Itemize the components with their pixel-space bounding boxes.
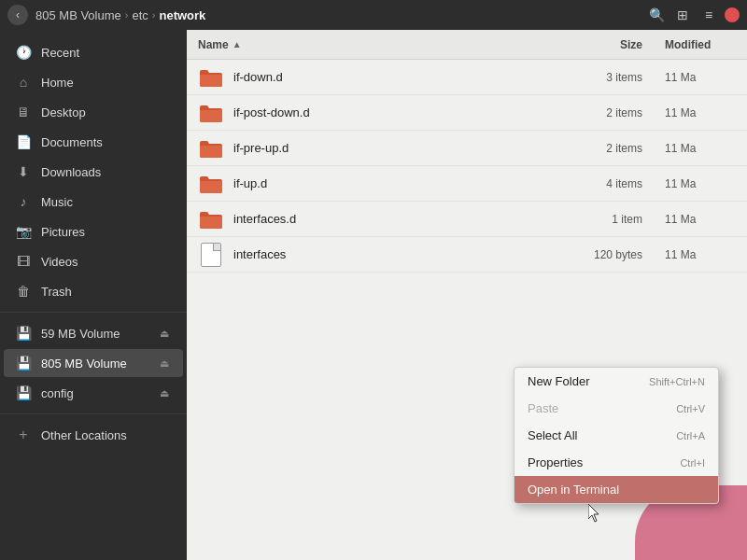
videos-icon: 🎞: [15, 253, 32, 270]
sidebar-item-805mb[interactable]: 💾 805 MB Volume ⏏: [4, 349, 183, 377]
sidebar-item-label-recent: Recent: [41, 46, 79, 60]
column-size-label: Size: [620, 38, 642, 51]
column-header-modified[interactable]: Modified: [654, 30, 747, 59]
sidebar-item-label-805mb: 805 MB Volume: [41, 357, 127, 371]
sidebar-item-config[interactable]: 💾 config ⏏: [4, 379, 183, 407]
desktop-icon: 🖥: [15, 104, 32, 120]
sidebar-item-pictures[interactable]: 📷 Pictures: [4, 217, 183, 245]
grid-button[interactable]: ⊞: [672, 5, 693, 25]
sidebar-item-desktop[interactable]: 🖥 Desktop: [4, 98, 183, 126]
path-current: network: [159, 8, 205, 22]
eject-config-button[interactable]: ⏏: [157, 385, 172, 400]
document-icon: [198, 244, 224, 266]
sidebar-item-label-59mb: 59 MB Volume: [41, 327, 120, 341]
sidebar-item-downloads[interactable]: ⬇ Downloads: [4, 158, 183, 186]
trash-icon: 🗑: [15, 283, 32, 300]
folder-icon: [198, 102, 224, 124]
file-size: 3 items: [570, 71, 654, 84]
main-container: 🕐 Recent ⌂ Home 🖥 Desktop 📄 Documents ⬇ …: [0, 30, 747, 560]
context-menu-properties[interactable]: Properties Ctrl+I: [514, 449, 718, 476]
file-size: 2 items: [570, 106, 654, 119]
music-icon: ♪: [15, 193, 32, 210]
sidebar-item-label-music: Music: [41, 195, 73, 209]
path-volume[interactable]: 805 MB Volume: [35, 8, 121, 22]
table-row[interactable]: interfaces 120 bytes 11 Ma: [187, 237, 747, 273]
sidebar-item-trash[interactable]: 🗑 Trash: [4, 277, 183, 305]
file-size: 2 items: [570, 142, 654, 155]
file-modified: 11 Ma: [654, 142, 747, 155]
sidebar-item-documents[interactable]: 📄 Documents: [4, 128, 183, 156]
table-row[interactable]: if-post-down.d 2 items 11 Ma: [187, 95, 747, 131]
menu-button[interactable]: ≡: [698, 5, 719, 25]
sidebar-item-label-home: Home: [41, 76, 74, 90]
table-row[interactable]: interfaces.d 1 item 11 Ma: [187, 202, 747, 237]
add-other-locations-icon: +: [15, 427, 32, 443]
pictures-icon: 📷: [15, 223, 32, 240]
context-menu-open-terminal[interactable]: Open in Terminal: [514, 476, 718, 503]
search-button[interactable]: 🔍: [646, 5, 667, 25]
sidebar-item-59mb[interactable]: 💾 59 MB Volume ⏏: [4, 319, 183, 347]
sidebar-item-recent[interactable]: 🕐 Recent: [4, 38, 183, 66]
sidebar: 🕐 Recent ⌂ Home 🖥 Desktop 📄 Documents ⬇ …: [0, 30, 187, 560]
column-modified-label: Modified: [665, 38, 711, 51]
column-header-name[interactable]: Name ▲: [187, 30, 570, 59]
eject-805mb-button[interactable]: ⏏: [157, 356, 172, 371]
file-name: if-down.d: [233, 70, 283, 84]
file-name-cell: if-down.d: [187, 66, 570, 89]
titlebar-right: 🔍 ⊞ ≡: [646, 5, 740, 25]
column-name-label: Name: [198, 38, 229, 51]
context-menu-shortcut: Ctrl+A: [676, 430, 705, 441]
folder-icon: [198, 173, 224, 195]
sidebar-item-label-desktop: Desktop: [41, 105, 86, 119]
file-name: if-up.d: [233, 176, 267, 190]
file-name-cell: if-up.d: [187, 173, 570, 195]
context-menu-shortcut: Shift+Ctrl+N: [649, 376, 705, 387]
sidebar-item-other-locations[interactable]: + Other Locations: [4, 421, 183, 449]
sidebar-item-label-documents: Documents: [41, 135, 103, 149]
window-close-button[interactable]: [725, 7, 740, 22]
file-list-header: Name ▲ Size Modified: [187, 30, 747, 60]
context-menu-shortcut: Ctrl+I: [680, 457, 705, 469]
table-row[interactable]: if-down.d 3 items 11 Ma: [187, 60, 747, 95]
file-name: if-pre-up.d: [233, 141, 289, 155]
table-row[interactable]: if-up.d 4 items 11 Ma: [187, 166, 747, 202]
sidebar-item-videos[interactable]: 🎞 Videos: [4, 247, 183, 275]
column-header-size[interactable]: Size: [570, 30, 654, 59]
volume-config-icon: 💾: [15, 385, 32, 401]
file-name: interfaces: [233, 247, 286, 261]
file-modified: 11 Ma: [654, 71, 747, 84]
context-menu-item-label: Open in Terminal: [528, 483, 619, 497]
documents-icon: 📄: [15, 133, 32, 150]
file-size: 1 item: [570, 213, 654, 226]
context-menu-item-label: Select All: [528, 428, 577, 442]
titlebar-left: ‹ 805 MB Volume › etc › network: [7, 5, 205, 25]
context-menu-select-all[interactable]: Select All Ctrl+A: [514, 422, 718, 449]
table-row[interactable]: if-pre-up.d 2 items 11 Ma: [187, 131, 747, 166]
volume-805mb-icon: 💾: [15, 355, 32, 371]
context-menu-new-folder[interactable]: New Folder Shift+Ctrl+N: [514, 368, 718, 395]
file-modified: 11 Ma: [654, 177, 747, 190]
context-menu-shortcut: Ctrl+V: [676, 403, 705, 414]
eject-59mb-button[interactable]: ⏏: [157, 326, 172, 341]
folder-icon: [198, 66, 224, 89]
recent-icon: 🕐: [15, 44, 32, 61]
sidebar-item-label-trash: Trash: [41, 285, 72, 299]
file-name-cell: if-pre-up.d: [187, 137, 570, 160]
file-name-cell: interfaces.d: [187, 208, 570, 231]
sidebar-item-music[interactable]: ♪ Music: [4, 188, 183, 216]
sidebar-divider-2: [0, 413, 187, 414]
context-menu-item-label: Paste: [528, 401, 558, 415]
path-sep-2: ›: [152, 9, 156, 21]
file-size: 120 bytes: [570, 248, 654, 261]
file-modified: 11 Ma: [654, 213, 747, 226]
path-etc[interactable]: etc: [132, 8, 148, 22]
sidebar-item-home[interactable]: ⌂ Home: [4, 68, 183, 96]
sidebar-item-label-videos: Videos: [41, 255, 78, 269]
context-menu-item-label: New Folder: [528, 374, 589, 388]
file-modified: 11 Ma: [654, 248, 747, 261]
breadcrumb: 805 MB Volume › etc › network: [35, 8, 205, 22]
back-button[interactable]: ‹: [7, 5, 28, 25]
sidebar-item-label-pictures: Pictures: [41, 225, 85, 239]
sidebar-divider-1: [0, 312, 187, 313]
context-menu-paste[interactable]: Paste Ctrl+V: [514, 395, 718, 422]
